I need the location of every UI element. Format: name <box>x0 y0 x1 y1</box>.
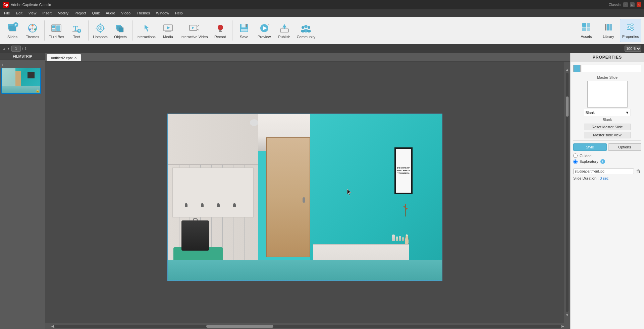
toolbar-interactive-video[interactable]: Interactive Video <box>178 19 210 42</box>
menubar-item-view[interactable]: View <box>26 10 39 16</box>
shelf-line <box>168 164 258 165</box>
slide-duration-value[interactable]: 3 sec <box>600 176 608 180</box>
publish-icon <box>278 22 290 34</box>
menubar-item-insert[interactable]: Insert <box>40 10 54 16</box>
hscroll-right-button[interactable]: ▶ <box>561 324 564 328</box>
hscroll-left-button[interactable]: ◀ <box>51 324 54 328</box>
toolbar-interactions[interactable]: Interactions <box>135 19 158 42</box>
toolbar-publish[interactable]: Publish <box>275 19 294 42</box>
vertical-scrollbar[interactable]: ▲ ▼ <box>564 62 570 323</box>
color-text-input[interactable] <box>582 65 641 72</box>
svg-point-21 <box>100 27 101 29</box>
text-label: Text <box>73 35 80 39</box>
menubar-item-help[interactable]: Help <box>172 10 185 16</box>
down-arrow-icon[interactable]: ▼ <box>7 47 10 50</box>
bg-image-delete-button[interactable]: 🗑 <box>635 168 641 174</box>
toolbar-media[interactable]: Media <box>158 19 178 42</box>
style-tab-button[interactable]: Style <box>573 143 607 151</box>
picture-frame: DO MORE OF WHAT MAKES YOU HAPPY. <box>394 147 413 194</box>
close-button[interactable]: ✕ <box>637 2 641 7</box>
reset-master-slide-button[interactable]: Reset Master Slide <box>584 124 631 130</box>
up-arrow-icon[interactable]: ▲ <box>3 47 6 50</box>
toolbar-slides[interactable]: Slides <box>3 19 22 42</box>
menubar-item-video[interactable]: Video <box>118 10 133 16</box>
menubar-item-file[interactable]: File <box>1 10 13 16</box>
toolbar-text[interactable]: T Text <box>67 19 86 42</box>
toolbar-objects[interactable]: Objects <box>111 19 130 42</box>
toolbar-preview[interactable]: Preview <box>255 19 274 42</box>
toolbar-hotspots[interactable]: Hotspots <box>91 19 110 42</box>
info-icon[interactable]: i <box>600 159 605 164</box>
tab-untitled2[interactable]: untitled2.cptx ✕ <box>47 54 81 61</box>
objects-label: Objects <box>114 35 126 39</box>
menubar-item-audio[interactable]: Audio <box>103 10 118 16</box>
filmstrip-panel: FILMSTRIP 1 🔒 <box>0 53 45 329</box>
svg-rect-12 <box>52 29 55 31</box>
color-swatch[interactable] <box>573 65 581 72</box>
toolbar-themes[interactable]: Themes <box>23 19 42 42</box>
horizontal-scrollbar[interactable]: ◀ ▶ <box>45 323 570 329</box>
menubar-item-themes[interactable]: Themes <box>134 10 153 16</box>
menubar-item-quiz[interactable]: Quiz <box>90 10 103 16</box>
vscroll-track[interactable] <box>566 73 569 312</box>
background-image-row: studioapartment.jpg 🗑 <box>573 168 641 174</box>
svg-rect-56 <box>587 23 590 27</box>
page-sep: / <box>22 47 23 51</box>
toolbar-sep-4 <box>232 20 232 41</box>
properties-header: PROPERTIES <box>571 53 644 62</box>
toolbar-sep-2 <box>88 20 89 41</box>
guided-radio[interactable] <box>573 153 578 158</box>
toolbar-save[interactable]: Save <box>234 19 254 42</box>
window-controls: − □ ✕ <box>623 2 641 7</box>
slide-thumbnail[interactable]: 🔒 <box>1 68 41 94</box>
slides-icon <box>6 22 18 34</box>
canvas-main[interactable]: DO MORE OF WHAT MAKES YOU HAPPY. <box>45 62 564 323</box>
hscroll-track[interactable] <box>54 325 561 328</box>
assets-button[interactable]: Assets <box>576 19 597 42</box>
svg-point-37 <box>218 25 223 30</box>
bg-image-label: studioapartment.jpg <box>573 169 634 174</box>
canvas-wrapper: untitled2.cptx ✕ <box>45 53 570 329</box>
save-label: Save <box>240 35 248 39</box>
zoom-select[interactable]: 100 % 75 % 50 % 150 % <box>625 46 641 52</box>
menubar-item-project[interactable]: Project <box>72 10 89 16</box>
toolbar: Slides Themes Fluid Box <box>0 17 644 44</box>
canvas-inner: DO MORE OF WHAT MAKES YOU HAPPY. <box>45 62 570 323</box>
svg-rect-43 <box>241 29 248 31</box>
maximize-button[interactable]: □ <box>630 2 635 7</box>
svg-marker-30 <box>167 26 170 29</box>
tab-close-icon[interactable]: ✕ <box>74 56 77 60</box>
slide-canvas[interactable]: DO MORE OF WHAT MAKES YOU HAPPY. <box>167 114 442 281</box>
toolbar-community[interactable]: Community <box>295 19 318 42</box>
menubar-item-modify[interactable]: Modify <box>55 10 71 16</box>
hook-4 <box>233 203 236 207</box>
thumb-door <box>15 71 21 87</box>
menubar-item-window[interactable]: Window <box>153 10 172 16</box>
library-button[interactable]: Library <box>598 19 619 42</box>
divider-2 <box>573 166 641 166</box>
vscroll-down-button[interactable]: ▼ <box>566 313 569 317</box>
exploratory-label: Exploratory <box>580 159 598 163</box>
svg-rect-42 <box>246 24 247 27</box>
slides-label: Slides <box>7 35 17 39</box>
hook-2 <box>201 203 204 207</box>
options-tab-button[interactable]: Options <box>608 143 642 151</box>
exploratory-radio[interactable] <box>573 159 578 164</box>
toolbar-record[interactable]: Record <box>211 19 230 42</box>
toolbar-fluid-box[interactable]: Fluid Box <box>47 19 66 42</box>
vscroll-thumb[interactable] <box>566 96 569 117</box>
hscroll-thumb[interactable] <box>206 325 273 328</box>
deco-item-1 <box>392 235 395 241</box>
minimize-button[interactable]: − <box>623 2 628 7</box>
master-slide-view-button[interactable]: Master slide view <box>584 132 631 138</box>
menubar-item-edit[interactable]: Edit <box>13 10 25 16</box>
filmstrip-content: 1 🔒 <box>0 60 45 329</box>
master-slide-dropdown[interactable]: Blank ▼ <box>584 109 631 116</box>
svg-rect-58 <box>587 27 590 31</box>
svg-marker-33 <box>192 26 194 29</box>
hotspots-icon <box>94 22 106 34</box>
properties-button[interactable]: Properties <box>620 19 641 42</box>
page-number-input[interactable] <box>11 46 21 52</box>
properties-icon <box>626 22 635 34</box>
vscroll-up-button[interactable]: ▲ <box>566 68 569 71</box>
